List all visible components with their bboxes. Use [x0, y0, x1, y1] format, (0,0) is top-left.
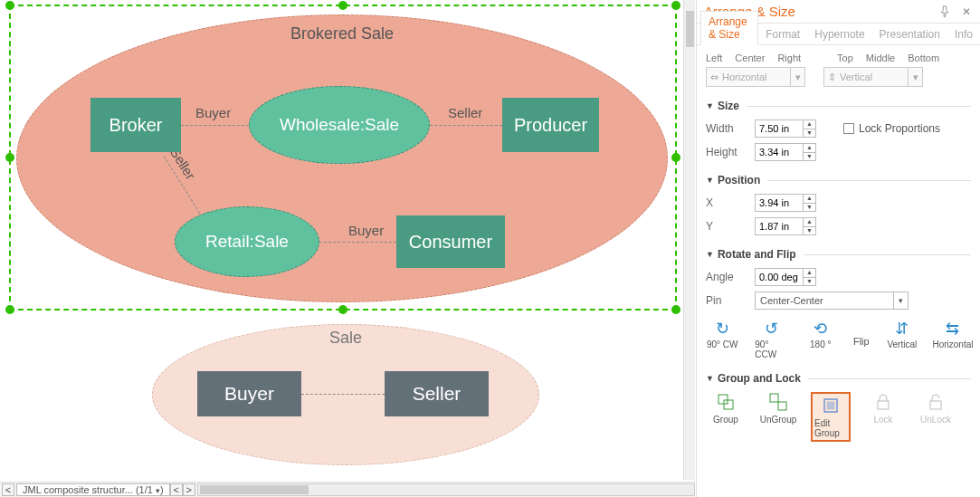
collapse-icon[interactable]: ▼: [706, 374, 714, 383]
y-spinner[interactable]: ▲▼: [755, 217, 816, 235]
status-bar: < JML composite structur... (1/1 ▾) < >: [0, 482, 695, 497]
pin-icon[interactable]: [938, 5, 951, 18]
position-header: Position: [718, 174, 760, 186]
edge-label-buyer-2: Buyer: [348, 223, 384, 238]
group-icon: [716, 392, 736, 412]
lock-proportions-checkbox[interactable]: [843, 123, 854, 134]
flip-vertical-icon: ⇵: [895, 319, 909, 337]
canvas[interactable]: Brokered Sale Buyer Seller Seller Buyer …: [0, 0, 695, 497]
rotate-90ccw-button[interactable]: ↺90° CCW: [755, 319, 787, 359]
chevron-down-icon[interactable]: ▾: [790, 68, 804, 86]
broker-node[interactable]: Broker: [90, 98, 181, 152]
connector-broker-wholesale[interactable]: [181, 125, 249, 126]
x-spinner[interactable]: ▲▼: [755, 194, 816, 212]
width-spinner[interactable]: ▲▼: [755, 119, 816, 138]
rotate-180-button[interactable]: ⟲180 °: [804, 319, 837, 349]
vertical-scroll-thumb[interactable]: [686, 11, 694, 47]
close-icon[interactable]: ✕: [960, 5, 973, 18]
rotate-header: Rotate and Flip: [718, 248, 796, 261]
tab-info[interactable]: Info: [947, 24, 980, 44]
distribute-vertical-select[interactable]: ⇕Vertical ▾: [823, 67, 923, 87]
resize-handle-ne[interactable]: [671, 1, 680, 10]
connector-buyer-seller[interactable]: [301, 394, 385, 395]
spin-up-icon[interactable]: ▲: [804, 269, 815, 278]
chevron-down-icon[interactable]: ▾: [908, 68, 922, 86]
wholesale-node[interactable]: Wholesale:Sale: [249, 86, 430, 164]
tab-hypernote[interactable]: Hypernote: [807, 24, 871, 44]
resize-handle-nw[interactable]: [5, 1, 14, 10]
height-label: Height: [706, 146, 746, 158]
spin-up-icon[interactable]: ▲: [804, 144, 815, 153]
producer-node[interactable]: Producer: [502, 98, 599, 152]
distribute-horizontal-select[interactable]: ⇔Horizontal ▾: [706, 67, 805, 87]
rotate-90cw-button[interactable]: ↻90° CW: [706, 319, 738, 349]
spin-down-icon[interactable]: ▼: [804, 129, 815, 138]
pin-value: Center-Center: [756, 292, 893, 309]
chevron-down-icon[interactable]: ▾: [893, 292, 908, 309]
horizontal-scroll-thumb[interactable]: [200, 485, 309, 494]
connector-wholesale-producer[interactable]: [430, 125, 502, 126]
retail-node[interactable]: Retail:Sale: [175, 206, 319, 277]
buyer-node[interactable]: Buyer: [197, 371, 301, 416]
ungroup-icon: [768, 392, 788, 412]
resize-handle-e[interactable]: [671, 153, 680, 162]
collapse-icon[interactable]: ▼: [706, 250, 714, 259]
svg-rect-5: [827, 402, 834, 409]
horizontal-scrollbar[interactable]: [197, 483, 695, 496]
flip-vertical-button[interactable]: ⇵Vertical: [886, 319, 918, 349]
svg-rect-7: [930, 401, 941, 409]
resize-handle-s[interactable]: [338, 305, 347, 314]
spin-up-icon[interactable]: ▲: [804, 120, 815, 129]
pin-combo[interactable]: Center-Center▾: [755, 292, 909, 310]
prev-page-button[interactable]: <: [2, 483, 14, 496]
svg-rect-2: [770, 394, 778, 402]
align-left-label: Left: [706, 53, 722, 63]
svg-rect-0: [718, 395, 728, 404]
edge-label-seller-1: Seller: [448, 105, 482, 120]
flip-horizontal-icon: ⇆: [946, 319, 959, 337]
height-input[interactable]: [756, 144, 803, 160]
collapse-icon[interactable]: ▼: [706, 101, 714, 110]
angle-spinner[interactable]: ▲▼: [755, 268, 816, 286]
lock-proportions-label: Lock Proportions: [859, 122, 940, 135]
x-input[interactable]: [756, 195, 803, 211]
angle-input[interactable]: [756, 269, 803, 285]
resize-handle-n[interactable]: [338, 1, 347, 10]
height-spinner[interactable]: ▲▼: [755, 143, 816, 161]
svg-rect-6: [878, 401, 889, 409]
spin-down-icon[interactable]: ▼: [804, 204, 815, 212]
flip-horizontal-button[interactable]: ⇆Horizontal: [935, 319, 971, 349]
rotate-ccw-icon: ↺: [765, 319, 778, 337]
group-button[interactable]: Group: [706, 392, 746, 442]
scroll-right-button[interactable]: >: [183, 483, 195, 496]
lock-icon: [873, 392, 893, 412]
resize-handle-w[interactable]: [5, 153, 14, 162]
panel-tabs: Arrange & Size Format Hypernote Presenta…: [697, 24, 980, 45]
svg-rect-3: [778, 402, 786, 410]
y-input[interactable]: [756, 218, 803, 234]
connector-retail-consumer[interactable]: [319, 242, 396, 243]
scroll-left-button[interactable]: <: [170, 483, 183, 496]
seller-node[interactable]: Seller: [385, 371, 489, 416]
vertical-scrollbar[interactable]: [683, 0, 695, 480]
spin-down-icon[interactable]: ▼: [804, 227, 815, 235]
ungroup-button[interactable]: UnGroup: [758, 392, 798, 442]
spin-up-icon[interactable]: ▲: [804, 195, 815, 204]
pin-label: Pin: [706, 294, 746, 307]
consumer-node[interactable]: Consumer: [396, 215, 505, 268]
spin-down-icon[interactable]: ▼: [804, 278, 815, 286]
tab-format[interactable]: Format: [758, 24, 807, 44]
spin-down-icon[interactable]: ▼: [804, 153, 815, 161]
edit-group-button[interactable]: Edit Group: [811, 392, 851, 442]
unlock-button[interactable]: UnLock: [916, 392, 956, 442]
tab-presentation[interactable]: Presentation: [872, 24, 947, 44]
resize-handle-se[interactable]: [671, 305, 680, 314]
resize-handle-sw[interactable]: [5, 305, 14, 314]
distribute-horizontal-icon: ⇔: [710, 72, 718, 83]
page-tab[interactable]: JML composite structur... (1/1 ▾): [16, 483, 170, 496]
lock-button[interactable]: Lock: [863, 392, 903, 442]
tab-arrange-size[interactable]: Arrange & Size: [700, 11, 758, 45]
width-input[interactable]: [756, 120, 803, 137]
collapse-icon[interactable]: ▼: [706, 176, 714, 185]
spin-up-icon[interactable]: ▲: [804, 218, 815, 227]
